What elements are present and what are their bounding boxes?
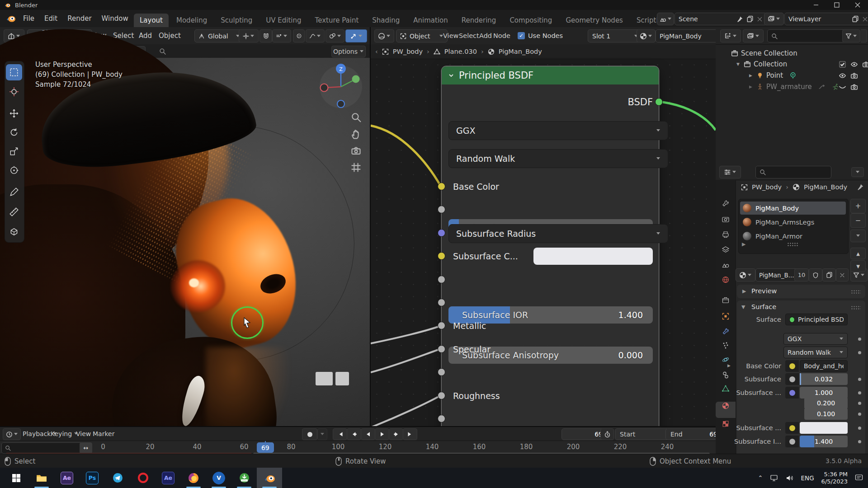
material-slot-pigman_armslegs[interactable]: PigMan_ArmsLegs xyxy=(740,216,846,229)
animate-dot[interactable] xyxy=(858,413,861,416)
tool-measure-button[interactable] xyxy=(6,204,22,220)
tool-add-cube-button[interactable] xyxy=(6,224,22,240)
jump-to-start-button[interactable] xyxy=(333,428,347,440)
socket-subsurface-ior[interactable] xyxy=(438,276,445,283)
bsdf-output-socket[interactable] xyxy=(655,98,663,106)
proportional-falloff-dropdown[interactable] xyxy=(306,29,325,42)
camera-view-icon[interactable] xyxy=(351,145,361,156)
pin-icon[interactable] xyxy=(857,183,864,191)
use-preview-range-button[interactable] xyxy=(600,428,614,440)
viewport-menu-object[interactable]: Object xyxy=(159,27,181,44)
socket-anisotropic[interactable] xyxy=(438,415,445,422)
transform-orientation-dropdown[interactable]: Global xyxy=(194,29,244,42)
properties-tab-data[interactable] xyxy=(722,385,730,393)
material-datablock-name[interactable]: PigMan_B... xyxy=(755,268,801,282)
taskbar-after-effects-2-icon[interactable]: Ae xyxy=(156,468,181,488)
properties-tab-world[interactable] xyxy=(722,276,730,284)
timeline-menu-keying[interactable]: Keying xyxy=(51,427,78,441)
taskbar-explorer-icon[interactable] xyxy=(29,468,54,488)
prop-field-principled-bsdf[interactable]: Principled BSDF xyxy=(785,314,848,325)
slot-dropdown[interactable]: Slot 1 xyxy=(588,29,643,42)
prop-value-field[interactable]: 0.100 xyxy=(804,408,848,420)
options-dropdown[interactable]: Options xyxy=(331,46,366,57)
expand-arrow-closed[interactable]: ▶ xyxy=(749,73,754,78)
shader-menu-node[interactable]: Node xyxy=(493,27,510,44)
viewlayer-name-field[interactable]: ViewLayer xyxy=(784,13,868,25)
node-dropdown-ggx[interactable]: GGX xyxy=(448,121,668,140)
properties-tab-particles[interactable] xyxy=(722,341,730,349)
properties-tab-physics[interactable] xyxy=(722,356,730,364)
breadcrumb-back-arrow[interactable]: ‹ xyxy=(375,48,378,55)
maximize-button[interactable] xyxy=(826,0,847,10)
workspace-tab-animation[interactable]: Animation xyxy=(407,14,453,27)
tool-scale-button[interactable] xyxy=(6,143,22,160)
timeline-ruler[interactable]: ↔ 69 020406080100120140160180200220240 xyxy=(0,441,716,455)
outliner-search-input[interactable] xyxy=(767,29,847,42)
unlink-material-button[interactable] xyxy=(836,268,849,282)
taskbar-photoshop-icon[interactable]: Ps xyxy=(80,468,105,488)
outliner-row-point[interactable]: ▶Point xyxy=(749,70,797,81)
material-browse-button[interactable] xyxy=(736,268,755,282)
overlays-dropdown[interactable] xyxy=(326,29,344,42)
volume-icon[interactable] xyxy=(786,474,794,482)
pan-hand-icon[interactable] xyxy=(351,129,361,139)
pivot-point-dropdown[interactable] xyxy=(239,29,259,42)
properties-tab-modifiers[interactable] xyxy=(722,327,730,335)
properties-tab-texture[interactable] xyxy=(722,420,730,428)
workspace-tab-geometry-nodes[interactable]: Geometry Nodes xyxy=(560,14,629,27)
tool-move-button[interactable] xyxy=(6,105,22,122)
scene-name-field[interactable]: Scene xyxy=(675,13,767,25)
animate-dot[interactable] xyxy=(858,427,861,430)
socket-specular[interactable] xyxy=(438,345,445,353)
workspace-tab-shading[interactable]: Shading xyxy=(366,14,406,27)
shader-menu-view[interactable]: View xyxy=(443,27,458,44)
outliner-item-label[interactable]: Collection xyxy=(754,60,787,68)
material-slot-pigman_body[interactable]: PigMan_Body xyxy=(740,202,846,215)
breadcrumb-object[interactable]: PW_body xyxy=(752,183,782,191)
socket-metallic[interactable] xyxy=(438,322,445,329)
eye-closed-icon[interactable] xyxy=(839,83,846,91)
socket-subsurface-radius[interactable] xyxy=(438,229,445,237)
menu-render[interactable]: Render xyxy=(62,10,96,27)
taskbar-firefox-icon[interactable] xyxy=(181,468,206,488)
users-count-button[interactable]: 10 xyxy=(794,268,809,282)
properties-tab-render[interactable] xyxy=(722,216,730,224)
camera-icon[interactable] xyxy=(850,72,858,80)
checkbox-icon[interactable] xyxy=(839,61,846,68)
editor-type-button[interactable] xyxy=(3,428,21,440)
breadcrumb-item[interactable]: Plane.030 xyxy=(444,48,477,55)
expand-channels-button[interactable]: ↔ xyxy=(80,442,92,454)
remove-slot-button[interactable]: − xyxy=(850,213,866,228)
navigation-gizmo[interactable]: Z xyxy=(314,61,368,112)
prop-color-swatch[interactable] xyxy=(800,422,848,434)
properties-tab-object[interactable] xyxy=(722,312,730,320)
outliner-item-label[interactable]: Scene Collection xyxy=(741,49,797,57)
filter-options-dropdown[interactable] xyxy=(851,167,864,177)
breadcrumb-material[interactable]: PigMan_Body xyxy=(804,183,847,191)
preview-panel[interactable]: ▶ Preview xyxy=(737,285,865,298)
play-reverse-button[interactable] xyxy=(361,428,375,440)
breadcrumb-item[interactable]: PW_body xyxy=(393,48,423,55)
material-name-field[interactable]: PigMan_Body xyxy=(656,29,716,42)
shader-menu-select[interactable]: Select xyxy=(459,27,479,44)
tray-expand-chevron[interactable]: ⌃ xyxy=(758,474,763,481)
tool-annotate-button[interactable] xyxy=(6,184,22,200)
workspace-tab-modeling[interactable]: Modeling xyxy=(170,14,213,27)
scene-browse-button[interactable] xyxy=(657,13,674,25)
editor-type-button[interactable] xyxy=(720,29,741,42)
auto-keying-button[interactable] xyxy=(302,428,317,440)
animate-dot[interactable] xyxy=(858,338,861,341)
eye-icon[interactable] xyxy=(839,72,846,80)
outliner-row-collection[interactable]: ▼Collection xyxy=(736,59,787,70)
viewlayer-browse-button[interactable] xyxy=(764,13,784,25)
snap-toggle-button[interactable] xyxy=(259,29,272,42)
properties-tab-constraints[interactable] xyxy=(722,371,730,379)
socket-subsurface-anisotropy[interactable] xyxy=(438,299,445,306)
taskbar-after-effects-icon[interactable]: Ae xyxy=(54,468,80,488)
gizmos-toggle-dropdown[interactable] xyxy=(345,29,367,42)
menu-edit[interactable]: Edit xyxy=(39,10,62,27)
eye-icon[interactable] xyxy=(850,61,858,68)
workspace-tab-compositing[interactable]: Compositing xyxy=(504,14,558,27)
outliner-item-label[interactable]: PW_armature xyxy=(766,83,812,91)
display-mode-dropdown[interactable] xyxy=(743,29,764,42)
